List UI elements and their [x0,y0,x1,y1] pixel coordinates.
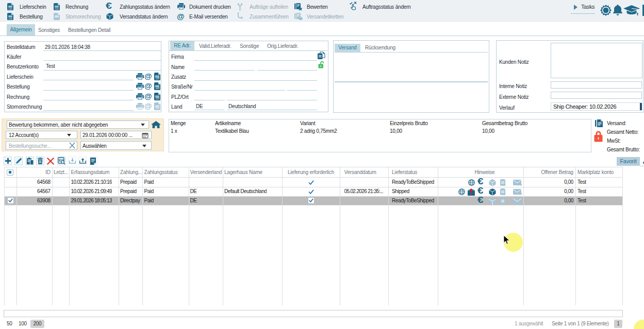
svg-text:123: 123 [155,107,159,110]
svg-text:123: 123 [155,87,159,90]
svg-text:123: 123 [55,8,59,10]
svg-text:123: 123 [155,97,159,100]
svg-text:123: 123 [8,8,12,10]
svg-text:123: 123 [155,77,159,80]
svg-text:123: 123 [8,18,12,20]
